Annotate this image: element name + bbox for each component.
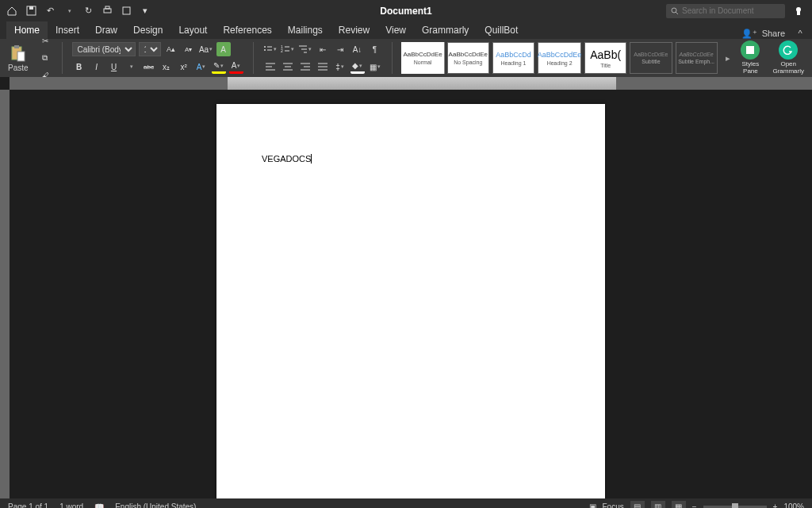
search-box[interactable] <box>666 4 785 18</box>
ribbon: Paste ✂ ⧉ 🖌 Calibri (Body) 12 A▴ A▾ Aa A… <box>0 39 812 77</box>
italic-button[interactable]: I <box>90 60 104 74</box>
style-heading1[interactable]: AaBbCcDdHeading 1 <box>492 42 534 74</box>
clear-format-icon[interactable]: A <box>216 42 231 56</box>
style-no-spacing[interactable]: AaBbCcDdEeNo Spacing <box>447 42 489 74</box>
svg-line-6 <box>676 12 678 14</box>
page-count[interactable]: Page 1 of 1 <box>8 502 48 509</box>
language-status[interactable]: English (United States) <box>115 502 196 509</box>
undo-dropdown-icon[interactable] <box>63 6 75 17</box>
clipboard-small: ✂ ⧉ 🖌 <box>38 33 52 83</box>
style-normal[interactable]: AaBbCcDdEeNormal <box>401 42 443 74</box>
touch-mode-icon[interactable] <box>121 6 132 17</box>
font-size-combo[interactable]: 12 <box>139 42 161 56</box>
underline-dropdown-icon[interactable] <box>124 60 139 74</box>
svg-rect-35 <box>746 46 754 54</box>
highlight-icon[interactable]: ✎ <box>212 60 226 74</box>
document-title: Document1 <box>380 6 431 17</box>
align-right-icon[interactable] <box>298 60 312 74</box>
font-name-combo[interactable]: Calibri (Body) <box>72 42 136 56</box>
notification-icon[interactable] <box>791 4 806 18</box>
bullets-icon[interactable] <box>263 42 278 56</box>
word-count[interactable]: 1 word <box>59 502 83 509</box>
print-layout-view-icon[interactable]: ▤ <box>630 501 645 508</box>
zoom-value[interactable]: 100% <box>783 502 804 509</box>
web-layout-view-icon[interactable]: ▥ <box>651 501 665 508</box>
tab-design[interactable]: Design <box>125 21 170 39</box>
styles-pane-button[interactable]: Styles Pane <box>737 40 763 75</box>
paste-label: Paste <box>8 64 29 72</box>
superscript-button[interactable]: x² <box>177 60 191 74</box>
tab-draw[interactable]: Draw <box>87 21 125 39</box>
zoom-slider[interactable] <box>703 506 767 508</box>
tab-references[interactable]: References <box>215 21 279 39</box>
grammarly-button[interactable]: Open Grammarly <box>769 40 807 75</box>
subscript-button[interactable]: x₂ <box>159 60 174 74</box>
tab-insert[interactable]: Insert <box>48 21 87 39</box>
workspace: VEGADOCS <box>0 90 812 498</box>
redo-icon[interactable]: ↻ <box>82 6 94 17</box>
undo-icon[interactable]: ↶ <box>44 6 56 17</box>
underline-button[interactable]: U <box>107 60 121 74</box>
tab-grammarly[interactable]: Grammarly <box>414 21 477 39</box>
styles-pane-icon <box>741 40 760 60</box>
shrink-font-icon[interactable]: A▾ <box>182 42 196 56</box>
justify-icon[interactable] <box>316 60 330 74</box>
shading-icon[interactable]: ◆ <box>350 60 365 74</box>
outline-view-icon[interactable]: ▦ <box>672 501 686 508</box>
strike-button[interactable]: abc <box>142 60 156 74</box>
align-center-icon[interactable] <box>281 60 295 74</box>
search-input[interactable] <box>682 6 780 15</box>
qat-more-icon[interactable]: ▾ <box>140 6 151 17</box>
indent-icon[interactable]: ⇥ <box>333 42 347 56</box>
zoom-out-icon[interactable]: − <box>692 502 697 509</box>
save-icon[interactable] <box>25 6 36 17</box>
change-case-icon[interactable]: Aa <box>199 42 213 56</box>
vertical-ruler[interactable] <box>0 90 10 498</box>
svg-rect-4 <box>123 7 130 14</box>
styles-more-icon[interactable]: ▸ <box>724 42 732 74</box>
numbering-icon[interactable]: 12 <box>281 42 295 56</box>
style-subtle-emph[interactable]: AaBbCcDdEeSubtle Emph... <box>676 42 718 74</box>
svg-rect-3 <box>105 6 109 9</box>
zoom-in-icon[interactable]: + <box>773 502 778 509</box>
copy-icon[interactable]: ⧉ <box>38 51 52 65</box>
style-heading2[interactable]: AaBbCcDdEeHeading 2 <box>538 42 581 74</box>
grammarly-icon <box>779 40 798 60</box>
collapse-ribbon-icon[interactable]: ^ <box>795 28 806 39</box>
align-left-icon[interactable] <box>263 60 278 74</box>
tab-review[interactable]: Review <box>331 21 377 39</box>
svg-rect-2 <box>104 9 111 13</box>
multilevel-icon[interactable] <box>298 42 312 56</box>
text-cursor <box>311 154 312 164</box>
pilcrow-icon[interactable]: ¶ <box>368 42 382 56</box>
tab-home[interactable]: Home <box>6 21 48 39</box>
dedent-icon[interactable]: ⇤ <box>316 42 330 56</box>
bold-button[interactable]: B <box>72 60 86 74</box>
search-icon <box>671 7 679 15</box>
title-bar: ↶ ↻ ▾ Document1 <box>0 0 812 21</box>
tab-view[interactable]: View <box>377 21 414 39</box>
tab-layout[interactable]: Layout <box>170 21 215 39</box>
style-title[interactable]: AaBb(Title <box>584 42 626 74</box>
tab-mailings[interactable]: Mailings <box>280 21 331 39</box>
style-subtitle[interactable]: AaBbCcDdEeSubtitle <box>630 42 672 74</box>
grow-font-icon[interactable]: A▴ <box>164 42 178 56</box>
document-canvas[interactable]: VEGADOCS <box>10 90 812 498</box>
text-effects-icon[interactable]: A <box>194 60 209 74</box>
status-bar: Page 1 of 1 1 word 📖 English (United Sta… <box>0 498 812 508</box>
sort-icon[interactable]: A↓ <box>350 42 365 56</box>
borders-icon[interactable]: ▦ <box>368 60 382 74</box>
page[interactable]: VEGADOCS <box>216 104 605 498</box>
line-spacing-icon[interactable]: ‡ <box>333 60 347 74</box>
paste-icon[interactable] <box>10 44 26 62</box>
print-icon[interactable] <box>102 6 113 17</box>
tab-quillbot[interactable]: QuillBot <box>477 21 526 39</box>
home-icon[interactable] <box>6 6 17 17</box>
font-color-icon[interactable]: A <box>229 60 243 74</box>
share-button[interactable]: Share <box>762 29 785 38</box>
horizontal-ruler[interactable] <box>10 77 812 90</box>
spellcheck-icon[interactable]: 📖 <box>94 502 104 509</box>
focus-mode-icon[interactable]: ▣ <box>589 502 596 509</box>
document-text[interactable]: VEGADOCS <box>262 154 560 164</box>
focus-label[interactable]: Focus <box>603 502 624 509</box>
